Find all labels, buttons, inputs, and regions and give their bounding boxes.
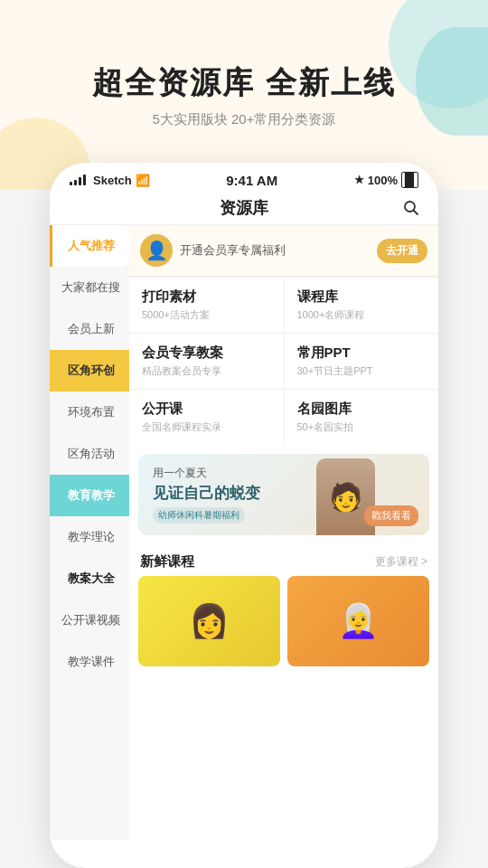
course-card-2-img: 👩‍🦳 <box>287 576 429 666</box>
sidebar-item-popular[interactable]: 人气推荐 <box>50 225 129 267</box>
member-open-button[interactable]: 去开通 <box>377 239 427 263</box>
battery-label: 100% <box>368 174 398 187</box>
resource-ppt-sub: 30+节日主题PPT <box>297 364 427 378</box>
member-avatar: 👤 <box>140 234 173 267</box>
sidebar: 人气推荐 大家都在搜 会员上新 区角环创 环境布置 区角活动 教育教学 教学理论… <box>50 225 129 840</box>
time-display: 9:41 AM <box>226 173 277 188</box>
resource-print-sub: 5000+活动方案 <box>142 308 271 322</box>
search-button[interactable] <box>399 195 424 221</box>
course-grid: 👩 👩‍🦳 <box>129 576 438 675</box>
more-courses-link[interactable]: 更多课程 > <box>375 554 427 570</box>
new-courses-title: 新鲜课程 <box>140 553 194 571</box>
resource-open-course-title: 公开课 <box>142 401 271 418</box>
deco-teal-half <box>416 27 488 136</box>
main-content: 人气推荐 大家都在搜 会员上新 区角环创 环境布置 区角活动 教育教学 教学理论… <box>50 225 438 840</box>
promo-banner-content: 用一个夏天 见证自己的蜕变 幼师休闲科暑期福利 <box>138 455 275 534</box>
signal-bars <box>70 175 86 185</box>
phone-mockup: Sketch 📶 9:41 AM ★ 100% ▉ 资源库 人气推荐 大家都在搜… <box>50 163 438 868</box>
sidebar-item-corner[interactable]: 区角环创 <box>50 350 129 392</box>
nav-bar: 资源库 <box>50 192 438 225</box>
svg-line-1 <box>414 211 418 215</box>
resource-gallery-title: 名园图库 <box>297 401 427 418</box>
nav-title: 资源库 <box>220 197 268 219</box>
resource-course-title: 课程库 <box>297 288 427 306</box>
member-banner: 👤 开通会员享专属福利 去开通 <box>129 225 438 277</box>
resource-gallery[interactable]: 名园图库 50+名园实拍 <box>285 390 439 445</box>
course-card-1[interactable]: 👩 <box>138 576 280 666</box>
resource-ppt[interactable]: 常用PPT 30+节日主题PPT <box>285 334 439 389</box>
sidebar-item-environment[interactable]: 环境布置 <box>50 392 129 433</box>
resource-course[interactable]: 课程库 1000+名师课程 <box>285 278 439 333</box>
promo-title: 超全资源库 全新上线 <box>92 62 395 104</box>
right-panel: 👤 开通会员享专属福利 去开通 打印素材 5000+活动方案 课程库 1000+… <box>129 225 438 840</box>
resource-member-lesson-title: 会员专享教案 <box>142 344 271 362</box>
member-text: 开通会员享专属福利 <box>180 242 370 259</box>
resource-member-lesson-sub: 精品教案会员专享 <box>142 364 271 378</box>
resource-ppt-title: 常用PPT <box>297 344 427 362</box>
promo-banner-line1: 用一个夏天 <box>153 466 260 481</box>
resource-gallery-sub: 50+名园实拍 <box>297 420 427 434</box>
promo-banner-line2: 见证自己的蜕变 <box>153 483 260 504</box>
new-courses-header: 新鲜课程 更多课程 > <box>129 544 438 576</box>
status-left: Sketch 📶 <box>70 174 150 187</box>
promo-area: 超全资源库 全新上线 5大实用版块 20+常用分类资源 <box>0 0 488 190</box>
sidebar-item-courseware[interactable]: 教学课件 <box>50 641 129 683</box>
sidebar-item-activity[interactable]: 区角活动 <box>50 433 129 475</box>
battery-icon: ▉ <box>401 172 418 188</box>
course-card-1-img: 👩 <box>138 576 280 666</box>
sidebar-item-theory[interactable]: 教学理论 <box>50 516 129 558</box>
sidebar-item-member-new[interactable]: 会员上新 <box>50 308 129 350</box>
promo-subtitle: 5大实用版块 20+常用分类资源 <box>153 111 336 128</box>
bluetooth-icon: ★ <box>354 174 364 186</box>
promo-banner-button[interactable]: 戳我看看 <box>364 505 418 526</box>
promo-summer-banner[interactable]: 用一个夏天 见证自己的蜕变 幼师休闲科暑期福利 🧑 戳我看看 <box>138 454 429 535</box>
resource-open-course[interactable]: 公开课 全国名师课程实录 <box>129 390 284 445</box>
resource-print[interactable]: 打印素材 5000+活动方案 <box>129 278 284 333</box>
resource-open-course-sub: 全国名师课程实录 <box>142 420 271 434</box>
sidebar-item-lesson[interactable]: 教案大全 <box>50 558 129 599</box>
resource-member-lesson[interactable]: 会员专享教案 精品教案会员专享 <box>129 334 284 389</box>
sidebar-item-education[interactable]: 教育教学 <box>50 475 129 516</box>
status-bar: Sketch 📶 9:41 AM ★ 100% ▉ <box>50 163 438 192</box>
promo-banner-tag: 幼师休闲科暑期福利 <box>153 507 245 524</box>
course-card-2[interactable]: 👩‍🦳 <box>287 576 429 666</box>
carrier-label: Sketch <box>93 174 132 187</box>
status-right: ★ 100% ▉ <box>354 172 418 188</box>
resource-print-title: 打印素材 <box>142 288 271 306</box>
sidebar-item-opencourse[interactable]: 公开课视频 <box>50 599 129 641</box>
sidebar-item-search[interactable]: 大家都在搜 <box>50 267 129 308</box>
resource-grid: 打印素材 5000+活动方案 课程库 1000+名师课程 会员专享教案 精品教案… <box>129 277 438 445</box>
wifi-icon: 📶 <box>136 174 150 187</box>
resource-course-sub: 1000+名师课程 <box>297 308 427 322</box>
